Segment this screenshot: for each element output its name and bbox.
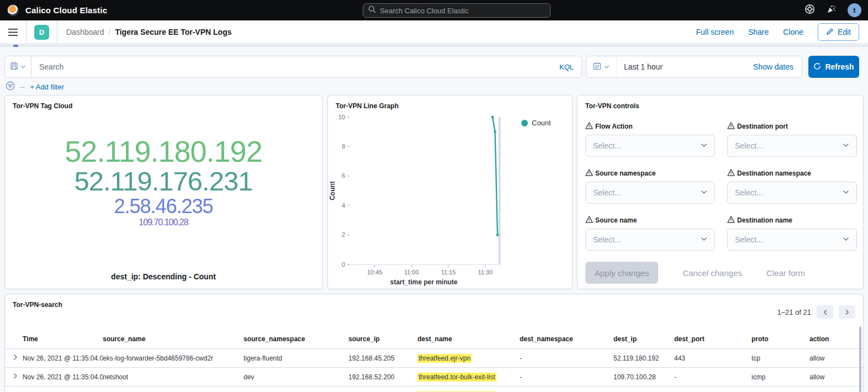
newsfeed-party-popper-icon[interactable] xyxy=(826,4,837,17)
column-header-dest_ip: dest_ip xyxy=(613,329,674,349)
tag-cloud-term[interactable]: 52.119.180.192 xyxy=(65,136,262,167)
control-field-flow-action: Flow ActionSelect... xyxy=(585,122,715,157)
calendar-icon xyxy=(593,62,601,72)
table-row: Nov 26, 2021 @ 11:35:04.000netshootdev19… xyxy=(5,368,864,386)
control-field-source-namespace: Source namespaceSelect... xyxy=(585,169,715,204)
calico-logo xyxy=(7,4,19,16)
tag-cloud-term[interactable]: 52.119.176.231 xyxy=(75,168,253,195)
svg-text:11:30: 11:30 xyxy=(478,269,493,276)
chevron-down-icon xyxy=(701,188,707,198)
panel-title: Tor-VPN Tag Cloud xyxy=(5,96,322,110)
clear-form-button[interactable]: Clear form xyxy=(766,268,805,278)
help-icon[interactable] xyxy=(805,4,815,17)
full-screen-link[interactable]: Full screen xyxy=(696,28,733,36)
warning-icon xyxy=(585,216,593,225)
global-search[interactable] xyxy=(363,3,551,18)
cancel-changes-button[interactable]: Cancel changes xyxy=(682,268,742,278)
breadcrumb: Dashboard / Tigera Secure EE Tor-VPN Log… xyxy=(57,28,231,36)
user-avatar[interactable]: t xyxy=(848,3,861,17)
flow-action-select[interactable]: Select... xyxy=(585,135,715,157)
chevron-down-icon xyxy=(701,141,707,151)
destination-port-select[interactable]: Select... xyxy=(727,135,857,157)
panel-line-graph: Tor-VPN Line Graph 024681010:4511:0011:1… xyxy=(327,95,573,289)
source-namespace-select[interactable]: Select... xyxy=(585,182,715,204)
control-field-destination-namespace: Destination namespaceSelect... xyxy=(727,169,857,204)
calendar-dropdown-button[interactable] xyxy=(586,56,617,77)
controls-grid: Flow ActionSelect...Destination portSele… xyxy=(585,122,863,251)
field-label: Flow Action xyxy=(595,123,633,130)
edit-button[interactable]: Edit xyxy=(818,23,859,41)
filter-icon[interactable] xyxy=(6,81,15,93)
column-header-source_name: source_name xyxy=(103,329,244,349)
breadcrumb-dashboard[interactable]: Dashboard xyxy=(66,28,104,36)
cell-source_name: eks-log-forwarder-5bd4659786-cwd2r xyxy=(103,349,244,368)
cell-dest_namespace: - xyxy=(520,349,613,368)
expand-row-button[interactable] xyxy=(5,368,23,386)
prev-page-button[interactable] xyxy=(817,305,833,319)
nav-bar: D Dashboard / Tigera Secure EE Tor-VPN L… xyxy=(0,20,868,44)
cell-proto: icmp xyxy=(751,368,809,386)
dashboard-badge[interactable]: D xyxy=(27,20,57,44)
saved-query-button[interactable] xyxy=(4,56,31,78)
field-label: Source name xyxy=(595,216,637,224)
cell-source_ip: 192.168.52.200 xyxy=(348,368,417,386)
select-placeholder: Select... xyxy=(735,235,763,244)
horizontal-scrollbar[interactable] xyxy=(0,45,868,47)
next-page-button[interactable] xyxy=(839,305,855,319)
tag-cloud-term[interactable]: 109.70.100.28 xyxy=(139,218,188,227)
cell-dest_name: threatfeed.tor-bulk-exit-list xyxy=(417,386,520,392)
cell-source_namespace: tigera-fluentd xyxy=(244,349,348,368)
search-results-table: Timesource_namesource_namespacesource_ip… xyxy=(5,329,864,392)
pencil-icon xyxy=(826,28,834,37)
warning-icon xyxy=(727,216,735,225)
vertical-scrollbar[interactable] xyxy=(859,326,861,392)
chart-legend[interactable]: Count xyxy=(521,119,551,127)
table-row: Nov 26, 2021 @ 11:35:04.000eks-log-forwa… xyxy=(5,349,864,368)
column-header-dest_port: dest_port xyxy=(674,329,751,349)
panel-tag-cloud: Tor-VPN Tag Cloud 52.119.180.19252.119.1… xyxy=(4,95,322,289)
warning-icon xyxy=(585,122,593,131)
menu-button[interactable] xyxy=(0,20,27,44)
legend-label: Count xyxy=(532,119,551,127)
global-search-input[interactable] xyxy=(380,7,545,15)
cell-dest_ip: 109.70.100.28 xyxy=(613,368,674,386)
clone-link[interactable]: Clone xyxy=(783,28,803,36)
share-link[interactable]: Share xyxy=(748,28,769,36)
chevron-down-icon xyxy=(604,62,610,72)
table-header-row: Timesource_namesource_namespacesource_ip… xyxy=(5,329,864,349)
column-header-source_namespace: source_namespace xyxy=(244,329,348,349)
add-filter-link[interactable]: + Add filter xyxy=(30,83,64,91)
table-body: Nov 26, 2021 @ 11:35:04.000eks-log-forwa… xyxy=(5,349,864,392)
time-range-value[interactable]: Last 1 hour xyxy=(617,62,663,71)
expand-row-button[interactable] xyxy=(5,386,23,392)
svg-text:8: 8 xyxy=(342,143,345,150)
warning-icon xyxy=(727,169,735,178)
cell-time: Nov 26, 2021 @ 11:35:04.000 xyxy=(23,368,103,386)
chevron-down-icon xyxy=(20,62,26,72)
svg-text:10:45: 10:45 xyxy=(367,269,383,276)
show-dates-link[interactable]: Show dates xyxy=(753,62,802,71)
select-placeholder: Select... xyxy=(735,188,763,197)
cell-dest_port: 443 xyxy=(674,349,751,368)
cell-source_namespace: dev xyxy=(244,368,348,386)
svg-text:0: 0 xyxy=(342,261,345,268)
column-header-proto: proto xyxy=(751,329,809,349)
column-header-dest_namespace: dest_namespace xyxy=(520,329,613,349)
kql-search-input[interactable] xyxy=(39,62,555,71)
kql-toggle[interactable]: KQL xyxy=(559,63,574,71)
warning-icon xyxy=(585,169,593,178)
cell-dest_name: threatfeed.tor-bulk-exit-list xyxy=(417,368,520,386)
column-header-action: action xyxy=(809,329,864,349)
svg-text:2: 2 xyxy=(342,231,345,238)
tag-cloud-term[interactable]: 2.58.46.235 xyxy=(114,197,213,217)
control-field-destination-port: Destination portSelect... xyxy=(727,122,857,157)
cell-source_ip: 192.168.52.200 xyxy=(348,386,417,392)
select-placeholder: Select... xyxy=(593,188,621,197)
chevron-down-icon xyxy=(843,235,849,245)
apply-changes-button[interactable]: Apply changes xyxy=(585,262,658,284)
refresh-button[interactable]: Refresh xyxy=(808,56,859,78)
expand-row-button[interactable] xyxy=(5,349,23,368)
source-name-select[interactable]: Select... xyxy=(585,229,715,251)
destination-name-select[interactable]: Select... xyxy=(727,229,857,251)
destination-namespace-select[interactable]: Select... xyxy=(727,182,857,204)
